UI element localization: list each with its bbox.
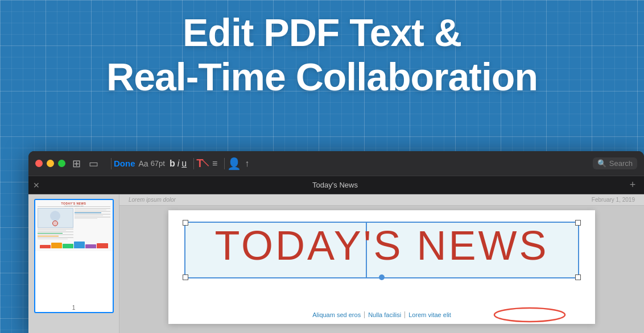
svg-point-0 — [494, 308, 565, 322]
toolbar-divider-2 — [193, 158, 194, 169]
toolbar: ⊞ ▭ Done Aa 67pt b i u T \ ≡ 👤 ↑ 🔍 Searc… — [28, 151, 644, 176]
hero-line1: Edit PDF Text & — [23, 10, 621, 55]
pdf-top-left: Lorem ipsum dolor — [129, 197, 176, 203]
tab-bar: ✕ Today's News + — [28, 176, 644, 194]
footer-link-3[interactable]: Lorem vitae elit — [405, 311, 455, 318]
hero-title: Edit PDF Text & Real-Time Collaboration — [0, 10, 644, 99]
handle-bottom-center[interactable] — [379, 274, 385, 280]
footer-link-2[interactable]: Nulla facilisi — [365, 311, 405, 318]
footer-link-1[interactable]: Aliquam sed eros — [309, 311, 365, 318]
sidebar-toggle-icon[interactable]: ⊞ — [72, 157, 81, 170]
page-thumbnail[interactable]: TODAY'S NEWS Aliquam sed eros | Nulla fa… — [34, 199, 114, 313]
pdf-page[interactable]: TODAY'S NEWS Aliquam sed eros Nulla faci… — [168, 210, 595, 324]
page-number: 1 — [35, 302, 113, 312]
handle-bottom-right[interactable] — [575, 274, 581, 280]
tab-close-button[interactable]: ✕ — [33, 181, 44, 190]
circle-annotation — [493, 307, 567, 323]
pdf-top-right: February 1, 2019 — [592, 197, 635, 203]
tab-add-button[interactable]: + — [626, 179, 639, 191]
hero-line2: Real-Time Collaboration — [23, 55, 621, 99]
handle-bottom-left[interactable] — [183, 274, 188, 280]
panel-toggle-icon[interactable]: ▭ — [89, 157, 98, 170]
user-icon[interactable]: 👤 — [227, 157, 241, 170]
maximize-button[interactable] — [58, 160, 65, 167]
toolbar-icons: ⊞ ▭ — [72, 157, 98, 170]
bold-button[interactable]: b — [170, 159, 175, 169]
font-size-value[interactable]: 67pt — [151, 159, 165, 168]
search-icon: 🔍 — [597, 159, 606, 168]
share-button[interactable]: ↑ — [245, 159, 249, 169]
search-input[interactable]: Search — [609, 159, 633, 168]
minimize-button[interactable] — [47, 160, 54, 167]
tab-title: Today's News — [312, 181, 358, 189]
underline-button[interactable]: u — [181, 159, 187, 169]
search-box[interactable]: 🔍 Search — [593, 157, 637, 169]
done-button[interactable]: Done — [114, 159, 135, 168]
traffic-lights — [35, 160, 65, 167]
close-button[interactable] — [35, 160, 43, 167]
pdf-headline: TODAY'S NEWS — [185, 225, 578, 266]
pdf-topbar: Lorem ipsum dolor February 1, 2019 — [119, 194, 644, 206]
mac-window: ⊞ ▭ Done Aa 67pt b i u T \ ≡ 👤 ↑ 🔍 Searc… — [28, 151, 644, 333]
align-button[interactable]: ≡ — [212, 159, 217, 169]
italic-button[interactable]: i — [177, 159, 180, 169]
content-area: TODAY'S NEWS Aliquam sed eros | Nulla fa… — [28, 194, 644, 333]
toolbar-divider — [111, 158, 112, 169]
pdf-viewer[interactable]: Lorem ipsum dolor February 1, 2019 TODAY… — [119, 194, 644, 333]
font-label: Aa — [139, 159, 148, 168]
sidebar: TODAY'S NEWS Aliquam sed eros | Nulla fa… — [28, 194, 119, 333]
thumb-preview: TODAY'S NEWS Aliquam sed eros | Nulla fa… — [35, 200, 113, 302]
toolbar-divider-3 — [224, 158, 225, 169]
